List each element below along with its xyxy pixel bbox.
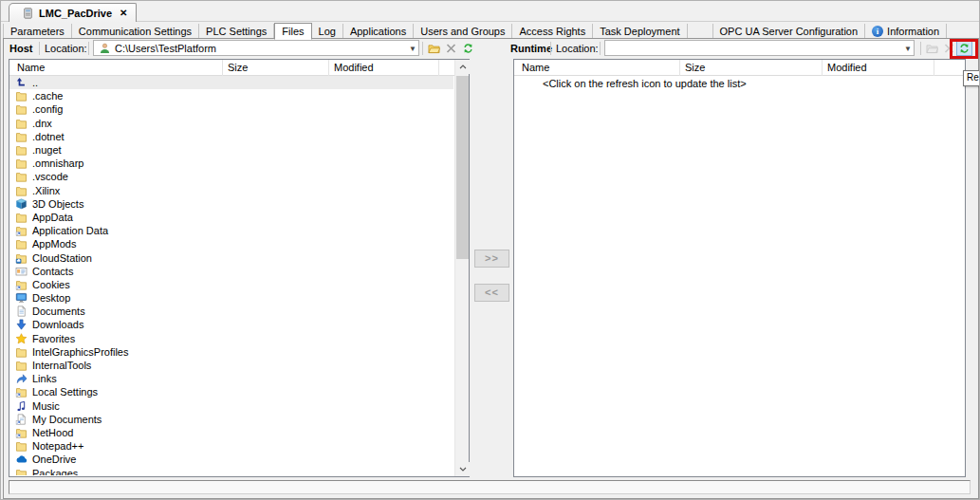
file-row[interactable]: .cache (9, 89, 453, 102)
file-name: Cookies (32, 279, 70, 290)
file-row[interactable]: .dnx (9, 117, 453, 130)
tab-access-rights[interactable]: Access Rights (512, 24, 593, 39)
folder-cloud-icon (14, 251, 28, 264)
file-row[interactable]: .vscode (9, 170, 453, 183)
file-row[interactable]: .omnisharp (9, 157, 453, 170)
status-bar (9, 480, 971, 494)
file-row[interactable]: Links (9, 372, 453, 385)
file-name: Application Data (32, 225, 108, 236)
file-name: Documents (32, 306, 85, 317)
file-row[interactable]: Favorites (9, 332, 453, 345)
file-name: .config (32, 103, 63, 115)
copy-to-runtime-button[interactable]: >> (474, 250, 509, 268)
folder-icon (14, 184, 28, 196)
tab-log[interactable]: Log (312, 24, 343, 39)
runtime-location-combobox[interactable]: ▼ (604, 40, 915, 56)
tab-information[interactable]: iInformation (865, 24, 947, 39)
file-row[interactable]: Application Data (9, 224, 453, 237)
file-row[interactable]: Local Settings (9, 385, 453, 398)
file-name: Notepad++ (32, 440, 83, 452)
tab-files[interactable]: Files (274, 23, 311, 40)
tab-communication-settings[interactable]: Communication Settings (72, 24, 199, 39)
copy-to-host-button[interactable]: << (474, 284, 509, 302)
host-delete-button[interactable] (443, 41, 459, 56)
close-icon[interactable]: ✕ (120, 8, 127, 18)
scrollbar-thumb[interactable] (456, 76, 469, 259)
column-separator[interactable] (822, 60, 823, 76)
file-row[interactable]: InternalTools (9, 359, 453, 372)
refresh-tooltip: Re (963, 70, 980, 86)
folder-icon (14, 345, 28, 358)
file-name: InternalTools (32, 360, 91, 371)
file-row[interactable]: AppMods (9, 237, 453, 250)
folder-icon (14, 467, 28, 475)
column-separator[interactable] (438, 60, 439, 76)
tab-users-and-groups[interactable]: Users and Groups (414, 24, 512, 39)
column-separator[interactable] (934, 60, 934, 76)
column-header-size[interactable]: Size (685, 62, 705, 73)
file-row[interactable]: .. (9, 76, 453, 89)
tab-label: Log (319, 26, 336, 37)
column-separator[interactable] (679, 60, 680, 76)
tab-label: Communication Settings (79, 26, 192, 37)
file-name: .. (32, 77, 38, 88)
file-row[interactable]: My Documents (9, 413, 453, 426)
column-header-name[interactable]: Name (17, 62, 45, 73)
host-refresh-button[interactable] (460, 41, 476, 56)
file-name: .dnx (32, 118, 52, 129)
host-list-header: Name Size Modified (9, 60, 469, 76)
column-header-name[interactable]: Name (522, 62, 549, 73)
tab-opc-ua-server-configuration[interactable]: OPC UA Server Configuration (712, 24, 866, 39)
file-row[interactable]: OneDrive (9, 453, 453, 466)
file-row[interactable]: NetHood (9, 426, 453, 439)
file-row[interactable]: .config (9, 102, 453, 116)
tab-applications[interactable]: Applications (343, 24, 414, 39)
file-name: IntelGraphicsProfiles (32, 346, 129, 358)
host-list-scrollbar[interactable] (454, 60, 469, 476)
tab-label: Applications (350, 26, 406, 37)
chevron-down-icon[interactable]: ▼ (904, 45, 912, 53)
file-row[interactable]: .Xilinx (9, 184, 453, 197)
file-row[interactable]: Documents (9, 305, 453, 318)
file-row[interactable]: AppData (9, 211, 453, 224)
document-tab-lmc-pacdrive[interactable]: LMC_PacDrive ✕ (9, 3, 137, 22)
file-row[interactable]: Desktop (9, 291, 453, 305)
files-tab-panel: Host Location: C:\Users\TestPlatform ▼ R… (3, 38, 979, 499)
file-row[interactable]: Packages (9, 466, 453, 475)
file-row[interactable]: Downloads (9, 318, 453, 331)
runtime-empty-message: <Click on the refresh icon to update the… (514, 76, 964, 89)
file-row[interactable]: Notepad++ (9, 439, 453, 453)
runtime-file-pane: Name Size Modified <Click on the refresh… (513, 59, 966, 477)
file-name: .nuget (32, 144, 62, 156)
file-name: 3D Objects (32, 198, 83, 210)
column-header-size[interactable]: Size (228, 62, 248, 73)
folder-icon (14, 130, 28, 142)
file-row[interactable]: .dotnet (9, 130, 453, 143)
file-row[interactable]: Contacts (9, 265, 453, 278)
tab-parameters[interactable]: Parameters (3, 24, 72, 39)
column-header-modified[interactable]: Modified (827, 62, 867, 73)
file-name: .dotnet (32, 131, 65, 142)
tab-task-deployment[interactable]: Task Deployment (593, 24, 687, 39)
column-header-modified[interactable]: Modified (334, 62, 374, 73)
scroll-up-icon[interactable] (455, 60, 470, 74)
file-row[interactable]: Music (9, 399, 453, 413)
up-icon (14, 77, 28, 89)
tab-label: Access Rights (519, 26, 585, 37)
file-row[interactable]: Cookies (9, 278, 453, 291)
column-separator[interactable] (222, 60, 223, 76)
file-row[interactable]: .nuget (9, 143, 453, 157)
host-new-folder-button[interactable] (426, 41, 442, 56)
chevron-down-icon[interactable]: ▼ (409, 45, 416, 53)
file-row[interactable]: CloudStation (9, 250, 453, 264)
file-row[interactable]: 3D Objects (9, 197, 453, 211)
runtime-new-folder-button[interactable] (924, 41, 940, 56)
file-name: OneDrive (32, 454, 76, 465)
tab-plc-settings[interactable]: PLC Settings (199, 24, 274, 39)
file-row[interactable]: IntelGraphicsProfiles (9, 345, 453, 359)
column-separator[interactable] (328, 60, 329, 76)
host-location-combobox[interactable]: C:\Users\TestPlatform ▼ (93, 40, 419, 56)
file-name: My Documents (32, 414, 102, 425)
scroll-down-icon[interactable] (455, 462, 470, 476)
document-icon (14, 306, 28, 318)
